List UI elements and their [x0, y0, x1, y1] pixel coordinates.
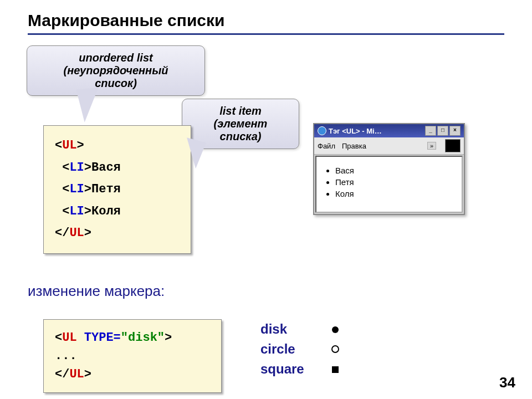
marker-label: square [260, 359, 327, 379]
browser-window: Тэг <UL> - Mi… _ □ × Файл Правка » Вася … [313, 123, 465, 215]
code-line: <LI>Петя [55, 178, 180, 201]
list-item: Вася [335, 166, 457, 175]
callout-line: списка) [193, 130, 288, 143]
page-number: 34 [499, 374, 515, 391]
code-line: <UL> [55, 135, 180, 157]
callout-line: (неупорядоченный [38, 64, 193, 77]
menu-chevron-icon[interactable]: » [427, 142, 436, 150]
code-line: </UL> [55, 365, 210, 383]
marker-label: circle [260, 339, 327, 359]
menu-edit[interactable]: Правка [342, 142, 366, 150]
browser-content: Вася Петя Коля [315, 156, 463, 213]
ie-icon [318, 126, 326, 135]
browser-menubar: Файл Правка » [314, 137, 464, 155]
circle-icon [327, 341, 344, 357]
slide-title: Маркированные списки [28, 11, 504, 35]
marker-label: disk [260, 319, 327, 339]
browser-titlebar: Тэг <UL> - Mi… _ □ × [314, 124, 464, 137]
subheading-marker-change: изменение маркера: [28, 283, 165, 300]
throbber-icon [445, 139, 461, 152]
code-block-ul-type: <UL TYPE="disk"> ... </UL> [43, 319, 222, 393]
code-line: <LI>Вася [55, 157, 180, 179]
callout-line: (элемент [193, 117, 288, 130]
marker-row-disk: disk [260, 319, 344, 339]
list-item: Коля [335, 189, 457, 198]
marker-row-square: square [260, 359, 344, 379]
disc-icon [327, 321, 344, 337]
maximize-button[interactable]: □ [437, 126, 448, 136]
callout-line: list item [193, 105, 288, 117]
code-line: ... [55, 347, 210, 365]
markers-legend: disk circle square [260, 319, 344, 379]
minimize-button[interactable]: _ [425, 126, 436, 136]
code-block-ul: <UL> <LI>Вася <LI>Петя <LI>Коля </UL> [43, 125, 191, 254]
code-line: <UL TYPE="disk"> [55, 329, 210, 347]
code-line: </UL> [55, 222, 180, 244]
browser-title: Тэг <UL> - Mi… [329, 127, 382, 135]
marker-row-circle: circle [260, 339, 344, 359]
list-item: Петя [335, 177, 457, 187]
square-icon [327, 361, 344, 377]
callout-line: список) [38, 77, 193, 90]
code-line: <LI>Коля [55, 201, 180, 223]
close-button[interactable]: × [449, 126, 461, 136]
menu-file[interactable]: Файл [318, 142, 335, 150]
callout-unordered-list: unordered list (неупорядоченный список) [27, 45, 205, 96]
callout-line: unordered list [38, 52, 193, 64]
callout-tail [76, 88, 101, 122]
